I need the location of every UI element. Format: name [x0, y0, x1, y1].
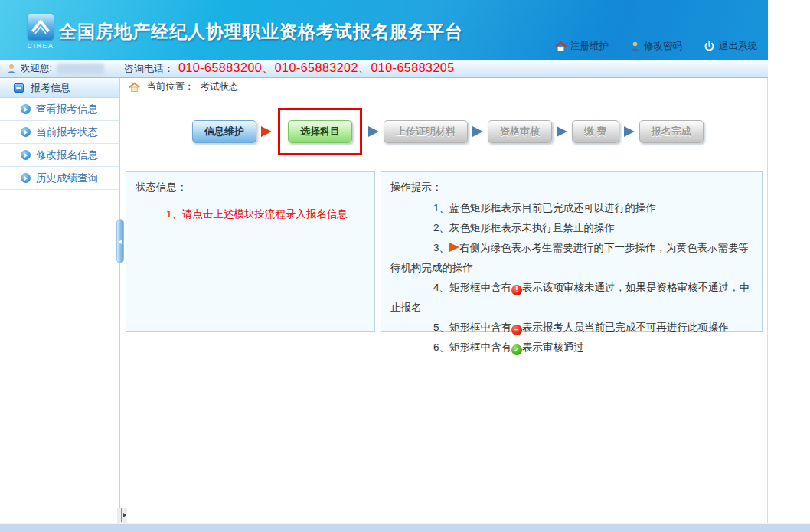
tips-panel: 操作提示： 1、蓝色矩形框表示目前已完成还可以进行的操作 2、灰色矩形框表示未执…: [381, 171, 763, 332]
sidebar: 报考信息 查看报考信息 当前报考状态 修改报名信息 历史成绩查询: [0, 78, 120, 523]
cirea-logo-icon: [28, 14, 54, 40]
collapse-minus-icon: [14, 83, 24, 93]
orange-arrow-icon: [449, 243, 459, 252]
status-panel-title: 状态信息：: [136, 181, 365, 194]
home-icon: [555, 41, 567, 52]
tip-line-3: 3、右侧为绿色表示考生需要进行的下一步操作，为黄色表示需要等待机构完成的操作: [390, 238, 751, 278]
home-orange-icon: [129, 82, 140, 93]
breadcrumb-prefix: 当前位置：: [146, 80, 194, 93]
step-payment[interactable]: 缴 费: [572, 120, 619, 143]
page: CIREA 全国房地产经纪人协理职业资格考试报名服务平台 注册维护: [0, 0, 810, 532]
status-message: 1、请点击上述模块按流程录入报名信息: [166, 207, 365, 221]
sidebar-item-label: 查看报考信息: [36, 103, 98, 116]
nav-label: 修改密码: [644, 40, 682, 53]
tip-line-4: 4、矩形框中含有!表示该项审核未通过，如果是资格审核不通过，中止报名: [390, 278, 751, 318]
header: CIREA 全国房地产经纪人协理职业资格考试报名服务平台 注册维护: [0, 0, 768, 60]
sidebar-item-view-registration[interactable]: 查看报考信息: [0, 98, 119, 121]
tip-line-2: 2、灰色矩形框表示未执行且禁止的操作: [390, 218, 751, 238]
header-nav: 注册维护 修改密码: [555, 40, 757, 53]
step-registration-complete[interactable]: 报名完成: [639, 120, 704, 143]
sidebar-item-modify-info[interactable]: 修改报名信息: [0, 144, 119, 167]
user-small-icon: [6, 64, 17, 74]
sidebar-header-label: 报考信息: [31, 81, 70, 95]
arrow-right-blue-icon: [624, 126, 635, 137]
arrow-right-blue-icon: [557, 126, 567, 137]
sidebar-header[interactable]: 报考信息: [0, 78, 119, 98]
tips-panel-title: 操作提示：: [390, 181, 751, 194]
arrow-circle-icon: [21, 173, 31, 183]
nav-label: 退出系统: [719, 40, 757, 53]
phone-numbers: 010-65883200、010-65883202、010-65883205: [178, 60, 455, 77]
flow-steps: 信息维护 选择科目 上传证明材料 资格审核 缴 费 报名完成: [120, 96, 767, 167]
check-circle-icon: ✓: [511, 344, 522, 355]
body-row: 报考信息 查看报考信息 当前报考状态 修改报名信息 历史成绩查询: [0, 78, 768, 523]
tip-line-5: 5、矩形框中含有−表示报考人员当前已完成不可再进行此项操作: [390, 318, 751, 338]
step-upload-materials[interactable]: 上传证明材料: [384, 120, 468, 143]
nav-logout[interactable]: 退出系统: [704, 40, 757, 53]
bottom-strip: [0, 523, 810, 532]
arrow-right-blue-icon: [368, 126, 379, 137]
sidebar-item-label: 当前报考状态: [36, 126, 98, 139]
power-icon: [704, 41, 715, 52]
arrow-right-blue-icon: [472, 126, 483, 137]
sidebar-item-current-status[interactable]: 当前报考状态: [0, 121, 119, 144]
tips-list: 1、蓝色矩形框表示目前已完成还可以进行的操作 2、灰色矩形框表示未执行且禁止的操…: [390, 198, 751, 357]
welcome-bar: 欢迎您: 咨询电话： 010-65883200、010-65883202、010…: [0, 60, 768, 78]
resize-cursor-artifact: [117, 508, 127, 523]
sidebar-item-label: 历史成绩查询: [36, 171, 98, 185]
sidebar-item-history-scores[interactable]: 历史成绩查询: [0, 167, 119, 190]
breadcrumb-current: 考试状态: [201, 80, 239, 93]
user-icon: [630, 41, 640, 51]
page-title: 全国房地产经纪人协理职业资格考试报名服务平台: [59, 20, 463, 44]
alert-exclamation-icon: !: [511, 285, 522, 295]
main-content: 当前位置： 考试状态 信息维护 选择科目 上传证明材料 资格审核 缴 费: [120, 78, 768, 523]
sidebar-item-label: 修改报名信息: [36, 149, 98, 162]
arrow-right-red-icon: [261, 126, 272, 137]
sidebar-collapse-handle[interactable]: [116, 219, 124, 263]
tip-line-1: 1、蓝色矩形框表示目前已完成还可以进行的操作: [390, 198, 751, 218]
username-redacted: [57, 64, 104, 74]
logo-text: CIREA: [25, 42, 56, 50]
nav-change-password[interactable]: 修改密码: [630, 40, 682, 53]
step-info-maintenance[interactable]: 信息维护: [192, 120, 256, 143]
welcome-label: 欢迎您:: [21, 62, 52, 75]
arrow-circle-icon: [21, 104, 31, 114]
step-qualification-review[interactable]: 资格审核: [488, 120, 552, 143]
nav-label: 注册维护: [570, 40, 609, 53]
nav-register-maintain[interactable]: 注册维护: [555, 40, 609, 53]
arrow-circle-icon: [21, 150, 31, 160]
current-step-highlight-box: 选择科目: [278, 108, 362, 155]
phone-label: 咨询电话：: [124, 62, 174, 76]
status-panel: 状态信息： 1、请点击上述模块按流程录入报名信息: [126, 171, 375, 332]
tip-line-6: 6、矩形框中含有✓表示审核通过: [390, 338, 751, 357]
breadcrumb: 当前位置： 考试状态: [120, 78, 767, 96]
arrow-circle-icon: [21, 127, 31, 137]
logo: CIREA: [25, 14, 56, 50]
step-select-subjects[interactable]: 选择科目: [288, 120, 352, 143]
app-container: CIREA 全国房地产经纪人协理职业资格考试报名服务平台 注册维护: [0, 0, 768, 523]
info-panels: 状态信息： 1、请点击上述模块按流程录入报名信息 操作提示： 1、蓝色矩形框表示…: [126, 171, 763, 332]
stop-minus-icon: −: [511, 325, 522, 335]
